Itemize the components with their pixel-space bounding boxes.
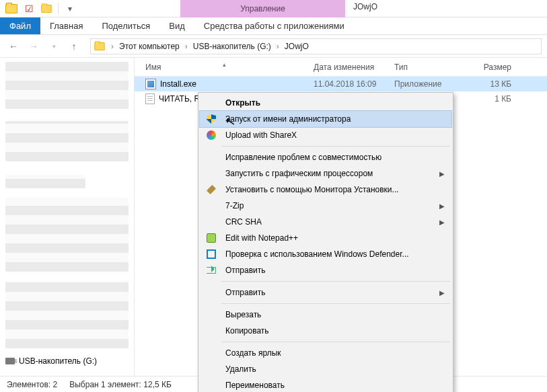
context-menu-item[interactable]: Запустить с графическим процессором▶ [200,165,451,182]
context-menu-item-label: Переименовать [225,381,445,390]
up-button[interactable]: ↑ [66,38,82,54]
chevron-right-icon: ▶ [439,202,445,210]
separator [221,146,450,147]
status-selection: Выбран 1 элемент: 12,5 КБ [69,380,172,389]
context-menu-item-label: 7-Zip [225,201,433,210]
separator [221,281,450,282]
tab-share[interactable]: Поделиться [92,17,159,34]
chevron-right-icon[interactable]: › [182,42,190,51]
sidebar-item-usb[interactable]: USB-накопитель (G:) [0,355,134,367]
sidebar-group-blurred [5,121,129,161]
navigation-bar: ← → ▾ ↑ › Этот компьютер › USB-накопител… [0,35,547,58]
usb-drive-icon [5,358,15,364]
column-header-type[interactable]: Тип [389,63,463,72]
share-arrow-icon [207,267,216,274]
properties-qat-icon[interactable]: ☑ [22,1,36,16]
context-menu-item[interactable]: Создать ярлык [200,345,451,361]
title-bar: ☑ ▾ Управление JOwjO [0,0,547,17]
sidebar-item-label: USB-накопитель (G:) [19,356,97,366]
sidebar-group-blurred [5,281,129,348]
file-name: Install.exe [160,79,196,89]
file-name: ЧИТАТЬ, R [159,94,200,104]
column-header-date[interactable]: Дата изменения [308,63,389,72]
context-menu-item-label: Удалить [225,364,445,374]
breadcrumb-item[interactable]: JOwjO [282,42,312,51]
folder-icon [94,42,104,50]
context-menu-item[interactable]: Копировать [200,323,451,339]
sidebar-group-blurred [5,198,129,272]
exe-file-icon [145,79,156,89]
column-headers: ▴ Имя Дата изменения Тип Размер [135,58,547,77]
tab-app-tools[interactable]: Средства работы с приложениями [194,17,354,34]
chevron-right-icon: ▶ [439,170,445,178]
file-date: 11.04.2018 16:09 [308,79,389,89]
context-menu-item[interactable]: Удалить [200,361,451,377]
context-menu-item[interactable]: Вырезать [200,307,451,323]
context-menu-item-label: Проверка с использованием Windows Defend… [225,249,445,259]
back-button[interactable]: ← [5,38,22,54]
window-title: JOwjO [353,2,377,11]
file-size: 1 КБ [463,94,517,104]
column-header-label: Имя [145,63,161,72]
context-menu-item-label: Копировать [225,326,445,336]
shield-icon [207,114,216,124]
status-item-count: Элементов: 2 [7,380,57,389]
separator [221,303,450,304]
separator [221,342,450,342]
tab-file[interactable]: Файл [0,17,40,34]
tab-view[interactable]: Вид [159,17,194,34]
separator [58,3,59,15]
defender-icon [207,249,216,259]
sidebar-group-blurred [5,175,85,188]
context-menu-item-label: Создать ярлык [225,348,445,358]
context-menu-item[interactable]: Отправить▶ [200,284,451,301]
context-menu-item[interactable]: Исправление проблем с совместимостью [200,149,451,165]
context-menu-item-label: Отправить [225,266,445,275]
breadcrumb-item[interactable]: Этот компьютер [116,42,182,51]
qat-dropdown-icon[interactable]: ▾ [63,1,77,16]
table-row[interactable]: Install.exe11.04.2018 16:09Приложение13 … [135,77,547,91]
context-menu-item-label: Установить с помощью Монитора Установки.… [225,185,445,194]
wrench-icon [207,185,216,194]
chevron-right-icon[interactable]: › [108,42,116,51]
chevron-right-icon[interactable]: › [274,42,282,51]
address-bar[interactable]: › Этот компьютер › USB-накопитель (G:) ›… [90,38,542,54]
file-type: Приложение [389,79,463,89]
context-menu-item-label: Исправление проблем с совместимостью [225,153,445,162]
context-menu-item[interactable]: 7-Zip▶ [200,198,451,214]
context-menu-item[interactable]: Установить с помощью Монитора Установки.… [200,182,451,198]
recent-dropdown[interactable]: ▾ [46,38,62,54]
sidebar-group-blurred [5,62,129,109]
breadcrumb-item[interactable]: USB-накопитель (G:) [190,42,274,51]
context-menu-item-label: Edit with Notepad++ [225,233,445,243]
context-menu-item[interactable]: Открыть [200,95,451,111]
context-menu-item[interactable]: CRC SHA▶ [200,214,451,230]
chevron-right-icon: ▶ [439,289,445,297]
new-folder-qat-icon[interactable] [39,1,54,16]
context-menu-item[interactable]: Edit with Notepad++ [200,230,451,246]
context-menu-item-label: Запуск от имени администратора [225,114,445,124]
context-menu-item[interactable]: Проверка с использованием Windows Defend… [200,246,451,262]
tab-home[interactable]: Главная [40,17,92,34]
ribbon-tabs: Файл Главная Поделиться Вид Средства раб… [0,17,547,35]
context-menu-item[interactable]: Запуск от имени администратора [200,111,451,127]
context-menu-item-label: Upload with ShareX [225,130,445,140]
sharex-icon [207,130,216,140]
context-menu-item-label: Запустить с графическим процессором [225,169,433,178]
context-menu-item[interactable]: Переименовать [200,377,451,392]
column-header-size[interactable]: Размер [463,63,517,72]
sort-indicator-icon: ▴ [223,61,226,68]
context-menu-item-label: Отправить [225,288,433,297]
contextual-tab-header: Управление [180,0,345,17]
forward-button[interactable]: → [26,38,42,54]
chevron-right-icon: ▶ [439,219,445,226]
context-menu: ОткрытьЗапуск от имени администратораUpl… [198,92,453,392]
context-menu-item-label: CRC SHA [225,217,433,227]
context-menu-item-label: Вырезать [225,310,445,319]
column-header-name[interactable]: ▴ Имя [140,63,308,72]
navigation-pane[interactable]: USB-накопитель (G:) [0,58,135,376]
context-menu-item[interactable]: Отправить [200,262,451,278]
context-menu-item-label: Открыть [225,98,445,108]
folder-icon[interactable] [4,1,19,16]
context-menu-item[interactable]: Upload with ShareX [200,127,451,143]
